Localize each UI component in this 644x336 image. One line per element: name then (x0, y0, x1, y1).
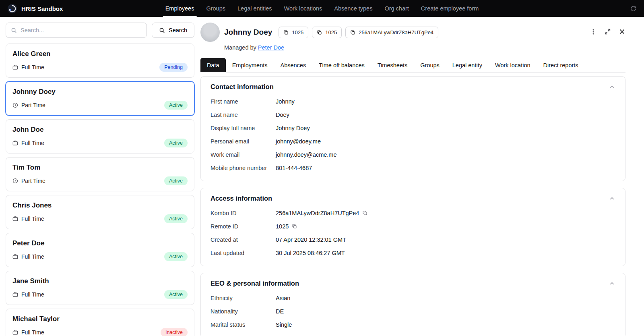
field-value-wrap: Johnny Doey (276, 125, 310, 131)
field-value: DE (276, 308, 284, 315)
page-title: Johnny Doey (224, 28, 272, 37)
field-value-wrap: 256a1MALywDdrZ8aH7UTgPe4 (276, 210, 367, 216)
field-row: Created at 07 Apr 2020 12:32:01 GMT (211, 233, 615, 246)
field-value-wrap: 1025 (276, 223, 297, 230)
field-label: Mobile phone number (211, 165, 276, 171)
topnav-item[interactable]: Create employee form (415, 0, 485, 17)
close-icon[interactable] (619, 28, 625, 35)
topnav-item[interactable]: Employees (159, 0, 200, 17)
field-value: 801-444-4687 (276, 165, 312, 171)
employee-card[interactable]: Alice Green Full Time Pending (6, 44, 194, 78)
employment-type-label: Full Time (21, 253, 44, 260)
field-label: Display full name (211, 125, 276, 131)
employee-card[interactable]: Chris Jones Full Time Active (6, 195, 194, 229)
info-section: EEO & personal information Ethnicity Asi… (200, 273, 625, 336)
field-label: Ethnicity (211, 295, 276, 301)
id-badge-text: 256a1MALywDdrZ8aH7UTgPe4 (359, 29, 433, 35)
tab-label: Legal entity (452, 62, 482, 68)
topnav-item[interactable]: Org chart (378, 0, 415, 17)
tab-label: Direct reports (543, 62, 578, 68)
search-button[interactable]: Search (152, 23, 194, 38)
field-label: First name (211, 98, 276, 105)
employee-card[interactable]: Peter Doe Full Time Active (6, 233, 194, 267)
field-row: Display full name Johnny Doey (211, 121, 615, 135)
id-badge-text: 1025 (292, 29, 303, 35)
chevron-up-icon[interactable] (609, 83, 615, 90)
field-row: Personal email johnny@doey.me (211, 135, 615, 148)
tab[interactable]: Direct reports (537, 58, 585, 72)
status-badge: Active (164, 139, 188, 147)
topnav-item[interactable]: Groups (200, 0, 231, 17)
field-value: Johnny Doey (276, 125, 310, 131)
field-value-wrap: Asian (276, 295, 290, 301)
field-value-wrap: johnny@doey.me (276, 138, 321, 145)
field-value-wrap: johnny.doey@acme.me (276, 151, 336, 158)
employee-card[interactable]: Michael Taylor Full Time Inactive (6, 309, 194, 336)
id-badge[interactable]: 256a1MALywDdrZ8aH7UTgPe4 (345, 27, 438, 38)
tab-label: Employments (232, 62, 268, 68)
field-label: Created at (211, 236, 276, 243)
search-icon (159, 27, 165, 33)
id-badge[interactable]: 1025 (312, 27, 342, 38)
employment-type-label: Full Time (21, 64, 44, 71)
managed-by-label: Managed by (224, 44, 256, 51)
managed-by-link[interactable]: Peter Doe (258, 44, 284, 51)
employment-type-label: Full Time (21, 140, 44, 146)
search-button-label: Search (169, 27, 187, 33)
employee-card[interactable]: Tim Tom Part Time Active (6, 157, 194, 191)
field-value-wrap: DE (276, 308, 284, 315)
topnav-item[interactable]: Legal entities (231, 0, 278, 17)
refresh-icon[interactable] (630, 5, 637, 12)
topnav-item-label: Org chart (384, 5, 409, 12)
chevron-up-icon[interactable] (609, 280, 615, 287)
tab[interactable]: Time off balances (312, 58, 371, 72)
tab[interactable]: Employments (226, 58, 274, 72)
field-label: Nationality (211, 308, 276, 315)
employee-card[interactable]: John Doe Full Time Active (6, 119, 194, 153)
employee-name: Chris Jones (12, 201, 188, 209)
section-header: EEO & personal information (211, 280, 615, 287)
chevron-up-icon[interactable] (609, 195, 615, 202)
tab[interactable]: Absences (274, 58, 312, 72)
employee-meta-row: Part Time Active (12, 176, 188, 185)
top-navigation: HRIS Sandbox Employees Groups Legal enti… (0, 0, 644, 17)
kebab-menu-icon[interactable] (590, 29, 597, 35)
search-row: Search (6, 23, 194, 38)
employee-card[interactable]: Jane Smith Full Time Active (6, 271, 194, 305)
expand-icon[interactable] (604, 28, 611, 35)
info-section: Access information Kombo ID 256a1MALywDd… (200, 188, 625, 266)
tab[interactable]: Groups (414, 58, 446, 72)
copy-icon[interactable] (362, 210, 367, 216)
tab[interactable]: Timesheets (371, 58, 414, 72)
sections: Contact information First name Johnny La… (200, 76, 625, 336)
topnav-item[interactable]: Absence types (328, 0, 378, 17)
field-row: First name Johnny (211, 95, 615, 108)
employee-sidebar: Search Alice Green Full Time Pending Joh… (0, 17, 200, 336)
employee-name: Tim Tom (12, 164, 188, 172)
tab[interactable]: Work location (489, 58, 537, 72)
field-list: Ethnicity Asian Nationality DE Marital s… (211, 291, 615, 331)
employee-name: John Doe (12, 126, 188, 134)
search-input[interactable] (21, 27, 142, 33)
status-badge: Active (164, 214, 188, 223)
tab[interactable]: Legal entity (446, 58, 489, 72)
id-badge[interactable]: 1025 (279, 27, 308, 38)
employment-type-label: Full Time (21, 329, 44, 336)
clock-icon (12, 178, 18, 184)
employee-card[interactable]: Johnny Doey Part Time Active (6, 81, 194, 116)
topnav-item-label: Employees (165, 5, 194, 12)
status-badge: Inactive (161, 328, 188, 336)
topnav-item[interactable]: Work locations (278, 0, 328, 17)
employee-meta-row: Full Time Active (12, 214, 188, 223)
section-title: Contact information (211, 83, 274, 91)
employee-meta-row: Full Time Pending (12, 63, 188, 72)
tab-label: Timesheets (378, 62, 407, 68)
field-value-wrap: Doey (276, 112, 289, 118)
tab[interactable]: Data (200, 58, 226, 72)
managed-by: Managed byPeter Doe (224, 44, 590, 51)
copy-icon[interactable] (292, 224, 297, 229)
topnav-item-label: Legal entities (237, 5, 272, 12)
field-row: Mobile phone number 801-444-4687 (211, 161, 615, 174)
copy-icon (283, 30, 289, 35)
field-value-wrap: 801-444-4687 (276, 165, 312, 171)
